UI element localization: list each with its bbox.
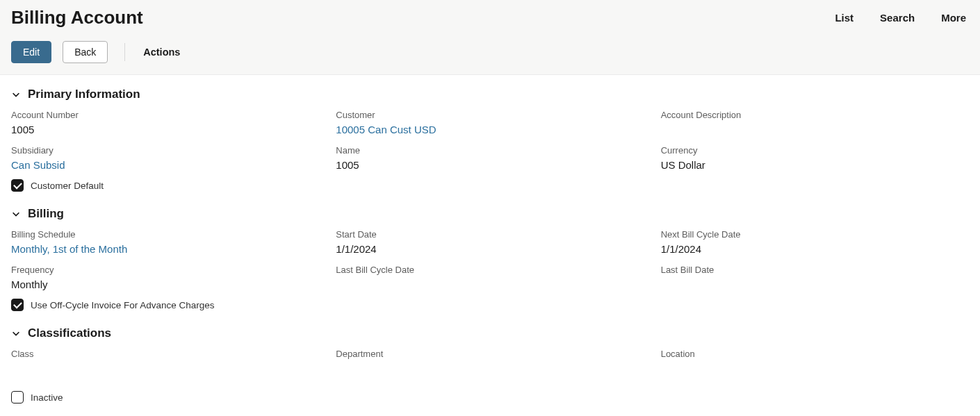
value-account-description <box>661 123 969 137</box>
field-frequency: Frequency Monthly <box>11 265 319 292</box>
label-billing-schedule: Billing Schedule <box>11 229 319 240</box>
offcycle-row: Use Off-Cycle Invoice For Advance Charge… <box>11 299 969 311</box>
inactive-row: Inactive <box>11 391 969 403</box>
label-department: Department <box>336 349 644 360</box>
more-link[interactable]: More <box>941 12 966 24</box>
top-links: List Search More <box>835 12 966 24</box>
label-account-description: Account Description <box>661 110 969 121</box>
value-department <box>336 362 644 376</box>
label-next-bill-cycle: Next Bill Cycle Date <box>661 229 969 240</box>
title-row: Billing Account List Search More <box>11 7 969 28</box>
billing-field-grid: Billing Schedule Monthly, 1st of the Mon… <box>11 229 969 292</box>
label-subsidiary: Subsidiary <box>11 145 319 156</box>
label-frequency: Frequency <box>11 265 319 276</box>
value-customer[interactable]: 10005 Can Cust USD <box>336 123 644 137</box>
section-billing: Billing Billing Schedule Monthly, 1st of… <box>11 207 969 311</box>
label-last-bill-cycle: Last Bill Cycle Date <box>336 265 644 276</box>
value-name: 1005 <box>336 158 644 172</box>
customer-default-label: Customer Default <box>31 181 104 191</box>
field-name: Name 1005 <box>336 145 644 172</box>
offcycle-checkbox[interactable] <box>11 299 24 311</box>
button-row: Edit Back Actions <box>11 41 969 63</box>
field-class: Class <box>11 349 319 376</box>
section-header-primary[interactable]: Primary Information <box>11 88 969 101</box>
classifications-field-grid: Class Department Location <box>11 349 969 376</box>
label-name: Name <box>336 145 644 156</box>
chevron-down-icon <box>11 328 21 338</box>
field-account-description: Account Description <box>661 110 969 137</box>
section-title-primary: Primary Information <box>28 88 140 101</box>
content-region: Primary Information Account Number 1005 … <box>0 75 980 416</box>
label-customer: Customer <box>336 110 644 121</box>
section-classifications: Classifications Class Department Locatio… <box>11 326 969 376</box>
search-link[interactable]: Search <box>880 12 915 24</box>
customer-default-checkbox[interactable] <box>11 179 24 192</box>
value-last-bill-date <box>661 278 969 292</box>
divider <box>124 43 125 61</box>
field-last-bill-date: Last Bill Date <box>661 265 969 292</box>
field-subsidiary: Subsidiary Can Subsid <box>11 145 319 172</box>
page-title: Billing Account <box>11 7 143 28</box>
label-class: Class <box>11 349 319 360</box>
actions-menu[interactable]: Actions <box>139 47 184 58</box>
value-subsidiary[interactable]: Can Subsid <box>11 158 319 172</box>
value-frequency: Monthly <box>11 278 319 292</box>
inactive-label: Inactive <box>31 392 63 403</box>
label-start-date: Start Date <box>336 229 644 240</box>
section-title-billing: Billing <box>28 207 64 221</box>
header-region: Billing Account List Search More Edit Ba… <box>0 0 980 75</box>
label-location: Location <box>661 349 969 360</box>
customer-default-row: Customer Default <box>11 179 969 192</box>
value-currency: US Dollar <box>661 158 969 172</box>
field-currency: Currency US Dollar <box>661 145 969 172</box>
section-title-classifications: Classifications <box>28 326 111 340</box>
chevron-down-icon <box>11 209 21 219</box>
value-class <box>11 362 319 376</box>
inactive-checkbox[interactable] <box>11 391 24 403</box>
section-primary-information: Primary Information Account Number 1005 … <box>11 88 969 192</box>
section-header-classifications[interactable]: Classifications <box>11 326 969 340</box>
value-last-bill-cycle <box>336 278 644 292</box>
list-link[interactable]: List <box>835 12 854 24</box>
field-last-bill-cycle: Last Bill Cycle Date <box>336 265 644 292</box>
value-next-bill-cycle: 1/1/2024 <box>661 242 969 256</box>
field-start-date: Start Date 1/1/2024 <box>336 229 644 256</box>
value-account-number: 1005 <box>11 123 319 137</box>
field-next-bill-cycle: Next Bill Cycle Date 1/1/2024 <box>661 229 969 256</box>
value-start-date: 1/1/2024 <box>336 242 644 256</box>
label-currency: Currency <box>661 145 969 156</box>
field-department: Department <box>336 349 644 376</box>
primary-field-grid: Account Number 1005 Customer 10005 Can C… <box>11 110 969 172</box>
field-location: Location <box>661 349 969 376</box>
offcycle-label: Use Off-Cycle Invoice For Advance Charge… <box>31 300 215 310</box>
label-account-number: Account Number <box>11 110 319 121</box>
edit-button[interactable]: Edit <box>11 41 51 63</box>
field-customer: Customer 10005 Can Cust USD <box>336 110 644 137</box>
value-location <box>661 362 969 376</box>
field-account-number: Account Number 1005 <box>11 110 319 137</box>
label-last-bill-date: Last Bill Date <box>661 265 969 276</box>
field-billing-schedule: Billing Schedule Monthly, 1st of the Mon… <box>11 229 319 256</box>
chevron-down-icon <box>11 90 21 99</box>
section-header-billing[interactable]: Billing <box>11 207 969 221</box>
back-button[interactable]: Back <box>63 41 108 63</box>
value-billing-schedule[interactable]: Monthly, 1st of the Month <box>11 242 319 256</box>
